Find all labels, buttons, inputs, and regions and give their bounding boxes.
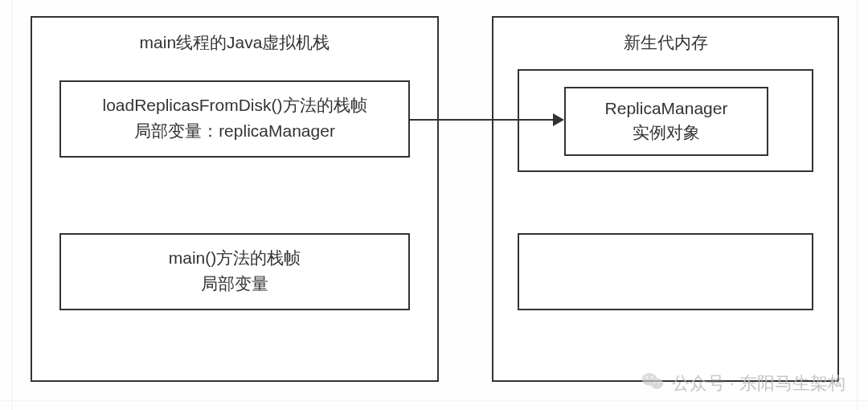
svg-point-2: [645, 376, 647, 378]
stack-frame-bottom-line1: main()方法的栈帧: [59, 246, 410, 269]
stack-frame-bottom-line2: 局部变量: [59, 272, 410, 295]
stack-frame-top-line1: loadReplicasFromDisk()方法的栈帧: [59, 93, 410, 117]
svg-point-3: [651, 376, 653, 378]
svg-point-4: [653, 382, 655, 383]
svg-point-1: [650, 379, 663, 389]
watermark: 公众号 · 东阳马生架构: [641, 371, 845, 396]
reference-arrow-head: [553, 113, 564, 126]
watermark-text: 公众号 · 东阳马生架构: [672, 371, 845, 396]
svg-point-5: [657, 382, 659, 383]
reference-arrow: [410, 119, 555, 121]
wechat-icon: [641, 371, 664, 396]
replica-manager-line1: ReplicaManager: [564, 96, 768, 120]
replica-manager-line2: 实例对象: [564, 121, 768, 144]
stack-panel: [31, 16, 439, 382]
stack-panel-title: main线程的Java虚拟机栈: [31, 31, 439, 54]
heap-panel-title: 新生代内存: [492, 31, 839, 54]
stack-frame-top-line2: 局部变量：replicaManager: [59, 119, 410, 142]
heap-slot-bottom: [518, 233, 813, 310]
